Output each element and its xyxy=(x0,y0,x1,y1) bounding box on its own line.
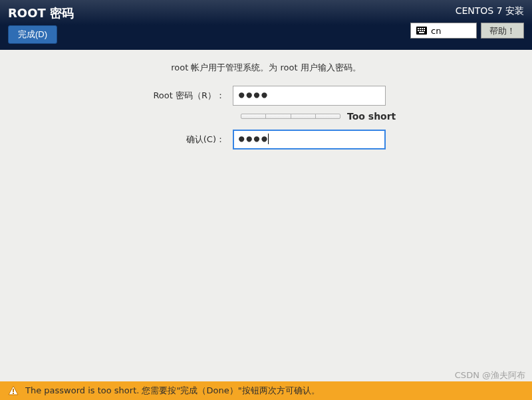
svg-rect-1 xyxy=(418,28,419,29)
svg-rect-9 xyxy=(419,32,424,33)
watermark-text: CSDN @渔夫阿布 xyxy=(455,369,525,381)
page-title: ROOT 密码 xyxy=(8,5,74,21)
header-right: CENTOS 7 安装 xyxy=(410,5,524,39)
root-password-label: Root 密码（R）： xyxy=(20,90,233,102)
svg-rect-8 xyxy=(424,30,425,31)
svg-rect-10 xyxy=(13,389,14,392)
root-password-value: ●●●● xyxy=(239,89,269,100)
password-strength-text: Too short xyxy=(347,111,396,122)
confirm-password-row: 确认(C)： ●●●● xyxy=(20,130,512,150)
svg-rect-6 xyxy=(420,30,421,31)
confirm-password-input-wrap: ●●●● xyxy=(233,130,386,150)
confirm-password-value: ●●●● xyxy=(239,133,269,144)
confirm-password-label: 确认(C)： xyxy=(20,134,233,146)
svg-rect-11 xyxy=(13,393,14,394)
root-password-input-wrap: ●●●● xyxy=(233,86,386,106)
header-left: ROOT 密码 完成(D) xyxy=(8,5,74,44)
warning-icon xyxy=(8,385,19,396)
warning-message: The password is too short. 您需要按"完成（Done）… xyxy=(25,385,320,397)
svg-rect-4 xyxy=(424,28,425,29)
installer-title: CENTOS 7 安装 xyxy=(456,5,524,17)
svg-rect-7 xyxy=(422,30,423,31)
root-password-input[interactable]: ●●●● xyxy=(233,86,386,106)
text-caret xyxy=(268,134,269,144)
content-area: root 帐户用于管理系统。为 root 用户输入密码。 Root 密码（R）：… xyxy=(0,50,532,167)
root-password-row: Root 密码（R）： ●●●● xyxy=(20,86,512,106)
keyboard-layout-indicator[interactable]: cn xyxy=(410,23,477,39)
keyboard-icon xyxy=(416,27,427,35)
confirm-password-input[interactable]: ●●●● xyxy=(233,130,386,150)
help-button[interactable]: 帮助！ xyxy=(481,23,524,39)
warning-bar: The password is too short. 您需要按"完成（Done）… xyxy=(0,381,532,400)
svg-rect-3 xyxy=(422,28,423,29)
strength-seg-4 xyxy=(316,114,340,118)
strength-seg-3 xyxy=(291,114,316,118)
strength-seg-2 xyxy=(266,114,291,118)
header-controls: cn 帮助！ xyxy=(410,23,524,39)
installer-header: ROOT 密码 完成(D) CENTOS 7 安装 xyxy=(0,0,532,50)
description-text: root 帐户用于管理系统。为 root 用户输入密码。 xyxy=(20,62,512,74)
strength-seg-1 xyxy=(241,114,266,118)
password-strength-row: Too short xyxy=(241,111,512,122)
svg-rect-5 xyxy=(418,30,419,31)
done-button[interactable]: 完成(D) xyxy=(8,25,57,44)
svg-rect-2 xyxy=(420,28,421,29)
password-strength-bar xyxy=(241,114,340,119)
keyboard-layout-code: cn xyxy=(431,26,441,36)
